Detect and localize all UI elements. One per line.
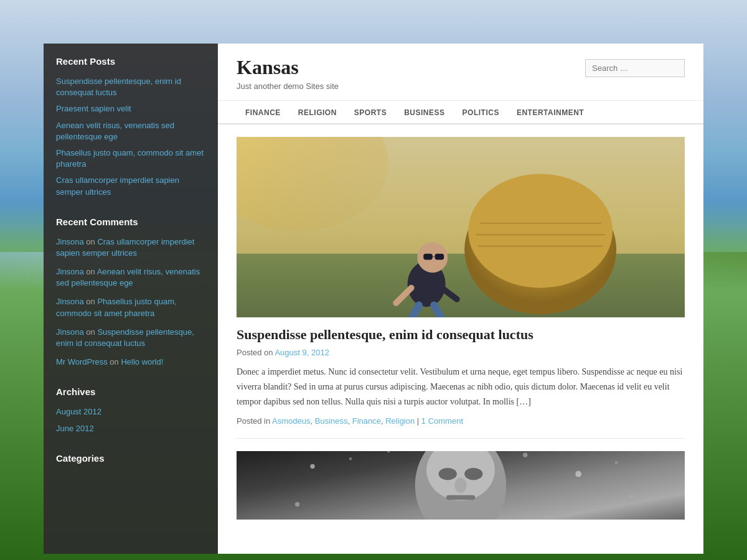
recent-posts-heading: Recent Posts bbox=[56, 56, 205, 67]
comment-author[interactable]: Mr WordPress bbox=[56, 357, 108, 366]
post-category-finance[interactable]: Finance bbox=[352, 416, 381, 426]
page-wrapper: Recent Posts Suspendisse pellentesque, e… bbox=[31, 0, 716, 560]
comment-item: Jinsona on Suspendisse pellentesque, eni… bbox=[56, 327, 205, 349]
svg-rect-11 bbox=[435, 254, 444, 260]
comment-on-label: on bbox=[86, 267, 96, 276]
recent-posts-section: Recent Posts Suspendisse pellentesque, e… bbox=[56, 56, 205, 198]
recent-post-link[interactable]: Phasellus justo quam, commodo sit amet p… bbox=[56, 147, 205, 170]
posted-on-label: Posted on bbox=[237, 348, 273, 357]
post-meta: Posted on August 9, 2012 bbox=[237, 348, 685, 357]
recent-comments-section: Recent Comments Jinsona on Cras ullamcor… bbox=[56, 217, 205, 368]
post-footer: Posted in Asmodeus, Business, Finance, R… bbox=[237, 416, 685, 426]
nav-item-religion[interactable]: RELIGION bbox=[289, 101, 345, 123]
categories-heading: Categories bbox=[56, 453, 205, 464]
svg-rect-2 bbox=[237, 254, 685, 317]
svg-rect-25 bbox=[446, 495, 475, 500]
comment-on-label: on bbox=[86, 237, 97, 246]
post-article: Suspendisse pellentesque, enim id conseq… bbox=[237, 137, 685, 520]
post-date-link[interactable]: August 9, 2012 bbox=[275, 348, 329, 357]
nav-item-business[interactable]: BUSINESS bbox=[395, 101, 453, 123]
comment-author[interactable]: Jinsona bbox=[56, 327, 84, 337]
nav-item-entertainment[interactable]: ENTERTAINMENT bbox=[508, 101, 593, 123]
site-tagline: Just another demo Sites site bbox=[237, 82, 339, 91]
post-excerpt: Donec a imperdiet metus. Nunc id consect… bbox=[237, 365, 685, 409]
svg-point-33 bbox=[523, 453, 527, 457]
comment-on-label: on bbox=[86, 297, 97, 306]
posts-container: Suspendisse pellentesque, enim id conseq… bbox=[218, 124, 703, 532]
site-nav: FINANCE RELIGION SPORTS BUSINESS POLITIC… bbox=[218, 101, 703, 124]
recent-post-link[interactable]: Aenean velit risus, venenatis sed pellen… bbox=[56, 120, 205, 142]
comment-on-label: on bbox=[110, 357, 121, 366]
post-featured-image-2[interactable] bbox=[237, 451, 685, 520]
recent-post-link[interactable]: Suspendisse pellentesque, enim id conseq… bbox=[56, 76, 205, 98]
recent-post-link[interactable]: Praesent sapien velit bbox=[56, 103, 205, 114]
site-branding: Kansas Just another demo Sites site bbox=[237, 56, 339, 91]
main-content: Kansas Just another demo Sites site FINA… bbox=[218, 44, 703, 554]
archive-link[interactable]: August 2012 bbox=[56, 406, 205, 418]
svg-point-4 bbox=[468, 174, 613, 288]
nav-item-sports[interactable]: SPORTS bbox=[345, 101, 395, 123]
svg-point-23 bbox=[464, 468, 482, 480]
post-category-business[interactable]: Business bbox=[315, 416, 348, 426]
post-comments-link[interactable]: 1 Comment bbox=[421, 416, 463, 426]
post-category-asmodeus[interactable]: Asmodeus bbox=[272, 416, 310, 426]
comment-on-label: on bbox=[86, 327, 97, 337]
svg-point-30 bbox=[295, 502, 299, 506]
post-featured-image[interactable] bbox=[237, 137, 685, 317]
comment-author[interactable]: Jinsona bbox=[56, 297, 84, 306]
post-divider bbox=[237, 438, 685, 439]
site-title[interactable]: Kansas bbox=[237, 56, 299, 78]
categories-section: Categories bbox=[56, 453, 205, 464]
comment-item: Mr WordPress on Hello world! bbox=[56, 357, 205, 368]
comment-item: Jinsona on Phasellus justo quam, commodo… bbox=[56, 296, 205, 319]
svg-point-26 bbox=[310, 464, 314, 469]
post-title[interactable]: Suspendisse pellentesque, enim id conseq… bbox=[237, 327, 685, 343]
comment-item: Jinsona on Aenean velit risus, venenatis… bbox=[56, 266, 205, 289]
search-input[interactable] bbox=[585, 59, 685, 77]
archive-link[interactable]: June 2012 bbox=[56, 423, 205, 434]
svg-point-22 bbox=[439, 468, 457, 480]
sidebar: Recent Posts Suspendisse pellentesque, e… bbox=[44, 44, 218, 554]
comment-author[interactable]: Jinsona bbox=[56, 267, 84, 276]
search-box bbox=[585, 59, 685, 77]
svg-point-29 bbox=[615, 461, 618, 464]
posted-in-label: Posted in bbox=[237, 416, 270, 426]
archives-section: Archives August 2012 June 2012 bbox=[56, 386, 205, 434]
svg-rect-10 bbox=[423, 254, 433, 260]
recent-comments-heading: Recent Comments bbox=[56, 217, 205, 227]
svg-point-28 bbox=[575, 471, 581, 477]
svg-point-27 bbox=[349, 457, 352, 460]
comment-post-link[interactable]: Hello world! bbox=[121, 357, 163, 366]
archives-heading: Archives bbox=[56, 386, 205, 397]
nav-item-finance[interactable]: FINANCE bbox=[237, 101, 289, 123]
nav-item-politics[interactable]: POLITICS bbox=[454, 101, 508, 123]
svg-point-31 bbox=[629, 495, 634, 499]
recent-post-link[interactable]: Cras ullamcorper imperdiet sapien semper… bbox=[56, 175, 205, 197]
comment-item: Jinsona on Cras ullamcorper imperdiet sa… bbox=[56, 236, 205, 259]
svg-point-24 bbox=[454, 478, 467, 493]
post-category-religion[interactable]: Religion bbox=[385, 416, 415, 426]
comment-author[interactable]: Jinsona bbox=[56, 237, 84, 246]
site-header: Kansas Just another demo Sites site bbox=[218, 44, 703, 101]
